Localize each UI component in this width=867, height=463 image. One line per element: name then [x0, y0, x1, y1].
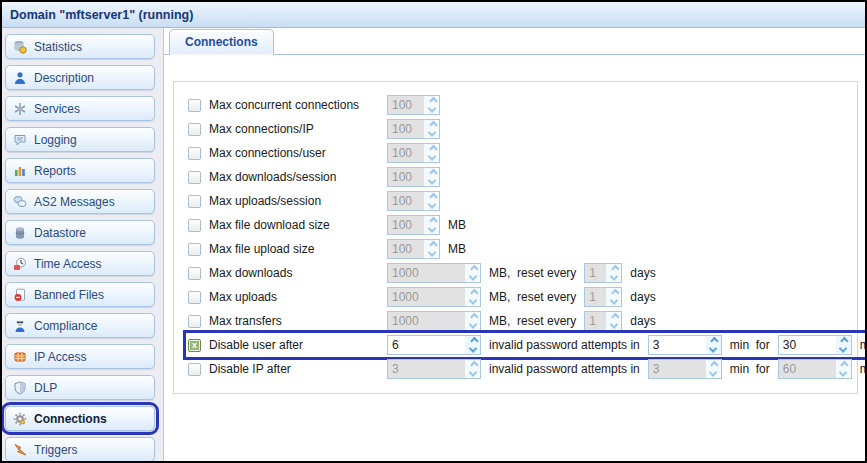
- max-file-upload-size-spinner-arrows[interactable]: [424, 240, 439, 258]
- sidebar-item-as2-messages[interactable]: AS2 Messages: [5, 189, 155, 214]
- max-transfers-value-input[interactable]: 1: [585, 312, 606, 330]
- checkbox-disable-user-after[interactable]: x: [188, 339, 201, 352]
- sidebar-item-compliance[interactable]: Compliance: [5, 313, 155, 338]
- spinner-down-icon[interactable]: [839, 368, 847, 376]
- spinner-down-icon[interactable]: [709, 344, 717, 352]
- sidebar-item-banned-files[interactable]: Banned Files: [5, 282, 155, 307]
- disable-user-after-value-input[interactable]: 6: [388, 336, 465, 354]
- spinner-up-icon[interactable]: [840, 360, 848, 368]
- spinner-down-icon[interactable]: [427, 128, 435, 136]
- max-concurrent-connections-value-input[interactable]: 100: [388, 96, 424, 114]
- spinner-down-icon[interactable]: [427, 152, 435, 160]
- disable-user-after-spinner-arrows[interactable]: [706, 336, 721, 354]
- spinner-up-icon[interactable]: [611, 288, 619, 296]
- checkbox-max-downloads[interactable]: [188, 267, 201, 280]
- spinner-down-icon[interactable]: [468, 368, 476, 376]
- spinner-down-icon[interactable]: [610, 320, 618, 328]
- max-downloads-session-value-input[interactable]: 100: [388, 168, 424, 186]
- spinner-up-icon[interactable]: [429, 144, 437, 152]
- spinner-up-icon[interactable]: [470, 312, 478, 320]
- max-file-download-size-spinner-arrows[interactable]: [424, 216, 439, 234]
- max-downloads-spinner-arrows[interactable]: [465, 264, 480, 282]
- spinner-down-icon[interactable]: [468, 272, 476, 280]
- checkbox-max-downloads-session[interactable]: [188, 171, 201, 184]
- checkbox-max-file-download-size[interactable]: [188, 219, 201, 232]
- spinner-down-icon[interactable]: [427, 200, 435, 208]
- disable-ip-after-value-input[interactable]: 3: [649, 360, 706, 378]
- checkbox-max-connections-ip[interactable]: [188, 123, 201, 136]
- spinner-down-icon[interactable]: [468, 344, 476, 352]
- checkbox-max-transfers[interactable]: [188, 315, 201, 328]
- spinner-down-icon[interactable]: [427, 224, 435, 232]
- max-downloads-value-input[interactable]: 1: [585, 264, 606, 282]
- max-transfers-value-input[interactable]: 1000: [388, 312, 465, 330]
- max-transfers-spinner-arrows[interactable]: [606, 312, 621, 330]
- spinner-up-icon[interactable]: [710, 336, 718, 344]
- spinner-down-icon[interactable]: [709, 368, 717, 376]
- spinner-up-icon[interactable]: [429, 216, 437, 224]
- spinner-down-icon[interactable]: [610, 272, 618, 280]
- disable-ip-after-value-input[interactable]: 60: [779, 360, 836, 378]
- spinner-up-icon[interactable]: [429, 240, 437, 248]
- spinner-up-icon[interactable]: [470, 336, 478, 344]
- spinner-down-icon[interactable]: [427, 104, 435, 112]
- checkbox-max-concurrent-connections[interactable]: [188, 99, 201, 112]
- disable-user-after-spinner-arrows[interactable]: [836, 336, 851, 354]
- sidebar-item-reports[interactable]: Reports: [5, 158, 155, 183]
- spinner-down-icon[interactable]: [468, 296, 476, 304]
- spinner-up-icon[interactable]: [429, 96, 437, 104]
- sidebar-item-description[interactable]: Description: [5, 65, 155, 90]
- spinner-up-icon[interactable]: [840, 336, 848, 344]
- max-concurrent-connections-spinner-arrows[interactable]: [424, 96, 439, 114]
- disable-ip-after-spinner-arrows[interactable]: [465, 360, 480, 378]
- sidebar-item-statistics[interactable]: Statistics: [5, 34, 155, 59]
- max-uploads-value-input[interactable]: 1000: [388, 288, 465, 306]
- checkbox-max-file-upload-size[interactable]: [188, 243, 201, 256]
- max-uploads-session-value-input[interactable]: 100: [388, 192, 424, 210]
- sidebar-item-ip-access[interactable]: IP Access: [5, 344, 155, 369]
- sidebar-item-services[interactable]: Services: [5, 96, 155, 121]
- spinner-down-icon[interactable]: [468, 320, 476, 328]
- checkbox-disable-ip-after[interactable]: [188, 363, 201, 376]
- disable-user-after-spinner-arrows[interactable]: [465, 336, 480, 354]
- disable-user-after-value-input[interactable]: 3: [649, 336, 706, 354]
- sidebar-item-datastore[interactable]: Datastore: [5, 220, 155, 245]
- tab-connections[interactable]: Connections: [169, 29, 274, 55]
- spinner-up-icon[interactable]: [429, 120, 437, 128]
- max-file-upload-size-value-input[interactable]: 100: [388, 240, 424, 258]
- max-uploads-spinner-arrows[interactable]: [465, 288, 480, 306]
- spinner-up-icon[interactable]: [611, 312, 619, 320]
- sidebar-item-triggers[interactable]: Triggers: [5, 437, 155, 461]
- spinner-up-icon[interactable]: [710, 360, 718, 368]
- max-connections-user-spinner-arrows[interactable]: [424, 144, 439, 162]
- spinner-up-icon[interactable]: [429, 192, 437, 200]
- spinner-up-icon[interactable]: [429, 168, 437, 176]
- sidebar-item-connections[interactable]: Connections: [5, 406, 155, 431]
- sidebar-item-logging[interactable]: Logging: [5, 127, 155, 152]
- spinner-down-icon[interactable]: [839, 344, 847, 352]
- checkbox-max-uploads-session[interactable]: [188, 195, 201, 208]
- max-uploads-value-input[interactable]: 1: [585, 288, 606, 306]
- max-uploads-session-spinner-arrows[interactable]: [424, 192, 439, 210]
- disable-user-after-value-input[interactable]: 30: [779, 336, 836, 354]
- disable-ip-after-value-input[interactable]: 3: [388, 360, 465, 378]
- spinner-up-icon[interactable]: [470, 288, 478, 296]
- spinner-down-icon[interactable]: [610, 296, 618, 304]
- max-downloads-spinner-arrows[interactable]: [606, 264, 621, 282]
- checkbox-max-connections-user[interactable]: [188, 147, 201, 160]
- spinner-up-icon[interactable]: [611, 264, 619, 272]
- max-transfers-spinner-arrows[interactable]: [465, 312, 480, 330]
- spinner-up-icon[interactable]: [470, 360, 478, 368]
- max-file-download-size-value-input[interactable]: 100: [388, 216, 424, 234]
- sidebar-item-time-access[interactable]: Time Access: [5, 251, 155, 276]
- max-connections-user-value-input[interactable]: 100: [388, 144, 424, 162]
- spinner-down-icon[interactable]: [427, 176, 435, 184]
- max-downloads-value-input[interactable]: 1000: [388, 264, 465, 282]
- disable-ip-after-spinner-arrows[interactable]: [836, 360, 851, 378]
- max-uploads-spinner-arrows[interactable]: [606, 288, 621, 306]
- sidebar-item-dlp[interactable]: DLP: [5, 375, 155, 400]
- checkbox-max-uploads[interactable]: [188, 291, 201, 304]
- spinner-up-icon[interactable]: [470, 264, 478, 272]
- max-connections-ip-spinner-arrows[interactable]: [424, 120, 439, 138]
- disable-ip-after-spinner-arrows[interactable]: [706, 360, 721, 378]
